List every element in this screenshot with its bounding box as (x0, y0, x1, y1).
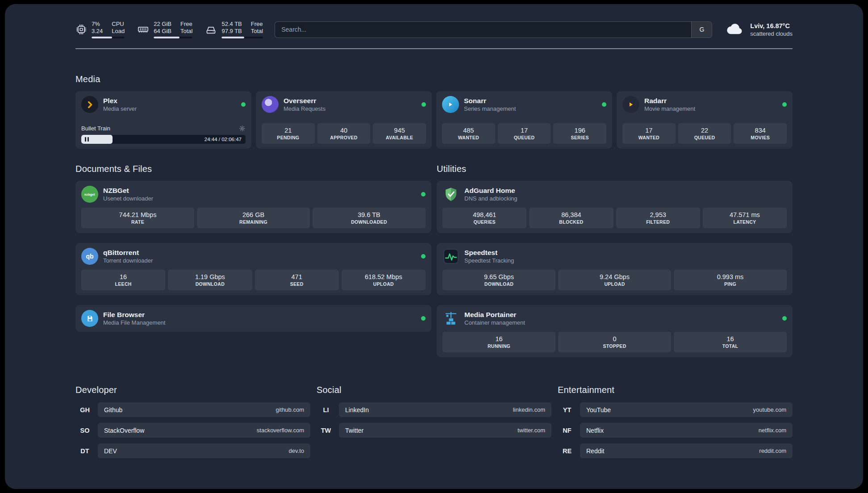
status-dot (782, 316, 787, 321)
memory-total-label: Total (180, 28, 192, 34)
pause-icon[interactable] (85, 137, 89, 142)
disk-free-value: 52.4 TB (221, 21, 242, 27)
bookmark-group-social: Social LI LinkedIn linkedin.com TW Twitt… (317, 385, 551, 458)
app-name: Speedtest (464, 249, 514, 257)
stat-approved: 40 APPROVED (317, 123, 371, 144)
cpu-load-value: 3.24 (92, 28, 103, 34)
app-card-sonarr[interactable]: Sonarr Series management 485 WANTED 17 Q… (436, 91, 612, 149)
radarr-icon (622, 96, 639, 113)
disk-total-value: 97.9 TB (221, 28, 242, 34)
app-card-radarr[interactable]: Radarr Movie management 17 WANTED 22 QUE… (617, 91, 793, 149)
weather-condition: scattered clouds (750, 30, 793, 37)
app-subtitle: Speedtest Tracking (464, 257, 514, 264)
bookmark-row: SO StackOverflow stackoverflow.com (75, 423, 310, 438)
app-card-plex[interactable]: Plex Media server Bullet Train (75, 91, 251, 149)
weather-widget: Lviv, 16.87°C scattered clouds (726, 21, 793, 38)
bookmark-abbr: LI (317, 406, 335, 414)
stat-blocked: 86,384 BLOCKED (529, 208, 613, 228)
overseerr-icon (262, 96, 279, 113)
app-card-nzbget[interactable]: nzbget NZBGet Usenet downloader 744.21 M… (75, 181, 431, 233)
filebrowser-icon (81, 310, 98, 327)
stat-queued: 22 QUEUED (678, 123, 731, 144)
app-card-filebrowser[interactable]: File Browser Media File Management (75, 305, 431, 332)
app-card-speedtest[interactable]: Speedtest Speedtest Tracking 9.65 Gbps D… (437, 243, 793, 295)
bookmark-youtube[interactable]: YouTube youtube.com (580, 402, 793, 417)
bookmark-row: DT DEV dev.to (75, 443, 310, 458)
bookmark-linkedin[interactable]: LinkedIn linkedin.com (339, 402, 551, 417)
search-provider-button[interactable]: G (691, 22, 712, 38)
cpu-label: CPU (112, 21, 125, 27)
sonarr-icon (442, 96, 459, 113)
memory-monitor: 22 GiB 64 GiB Free Total (137, 21, 192, 38)
stat-series: 196 SERIES (553, 123, 606, 144)
stat-latency: 47.571 ms LATENCY (703, 208, 787, 228)
stat-upload: 9.24 Gbps UPLOAD (558, 270, 671, 290)
nzbget-icon: nzbget (81, 186, 98, 203)
memory-icon (137, 24, 149, 36)
stat-wanted: 485 WANTED (442, 123, 495, 144)
app-name: Radarr (644, 97, 695, 105)
stat-movies: 834 MOVIES (734, 123, 787, 144)
cloud-icon (726, 21, 744, 38)
bookmark-abbr: DT (75, 447, 94, 455)
bookmark-stackoverflow[interactable]: StackOverflow stackoverflow.com (98, 423, 310, 438)
playback-progress-bar[interactable]: 24:44 / 02:06:47 (81, 135, 246, 144)
bookmark-row: TW Twitter twitter.com (317, 423, 551, 438)
section-title-utilities: Utilities (437, 164, 793, 174)
app-card-adguard[interactable]: AdGuard Home DNS and adblocking 498,461 … (437, 181, 793, 233)
stat-rate: 744.21 Mbps RATE (81, 208, 194, 228)
stat-seed: 471 SEED (255, 270, 339, 290)
bookmark-github[interactable]: Github github.com (98, 402, 310, 417)
app-name: Overseerr (284, 97, 326, 105)
bookmark-abbr: RE (558, 447, 576, 455)
app-name: Sonarr (464, 97, 516, 105)
bookmark-netflix[interactable]: Netflix netflix.com (580, 423, 793, 438)
status-dot (421, 254, 426, 259)
app-card-overseerr[interactable]: Overseerr Media Requests 21 PENDING 40 A… (256, 91, 432, 149)
app-subtitle: Usenet downloader (103, 195, 153, 202)
search-input[interactable] (275, 26, 691, 33)
stat-remaining: 266 GB REMAINING (197, 208, 310, 228)
bookmark-row: GH Github github.com (75, 402, 310, 417)
gear-icon[interactable] (239, 125, 246, 132)
app-subtitle: Movie management (644, 105, 695, 113)
app-card-qbittorrent[interactable]: qb qBittorrent Torrent downloader 16 LEE… (75, 243, 431, 295)
app-subtitle: Series management (464, 105, 516, 113)
bookmark-abbr: NF (558, 427, 576, 434)
app-subtitle: Container management (464, 319, 525, 326)
top-bar: 7% 3.24 CPU Load (75, 17, 793, 42)
status-dot (421, 316, 426, 321)
qbittorrent-icon: qb (81, 248, 98, 265)
bookmark-abbr: GH (75, 406, 94, 414)
app-name: File Browser (103, 311, 165, 319)
bookmark-dev[interactable]: DEV dev.to (98, 443, 310, 458)
weather-location: Lviv, 16.87°C (750, 22, 793, 29)
bookmark-twitter[interactable]: Twitter twitter.com (339, 423, 551, 438)
search-bar: G (275, 21, 712, 38)
app-subtitle: Torrent downloader (103, 257, 153, 264)
stat-leech: 16 LEECH (81, 270, 165, 290)
section-media: Media Plex Media server (75, 74, 793, 149)
bookmark-abbr: TW (317, 427, 335, 434)
section-utilities: Utilities (437, 164, 793, 357)
now-playing-title: Bullet Train (81, 125, 110, 132)
section-title-social: Social (317, 385, 551, 395)
system-monitors: 7% 3.24 CPU Load (75, 21, 263, 38)
app-name: AdGuard Home (464, 187, 517, 195)
stat-available: 945 AVAILABLE (373, 123, 426, 144)
bookmark-row: NF Netflix netflix.com (558, 423, 793, 438)
disk-icon (205, 24, 217, 36)
memory-progress-bar (154, 37, 192, 38)
bookmark-reddit[interactable]: Reddit reddit.com (580, 443, 793, 458)
stat-stopped: 0 STOPPED (558, 332, 671, 352)
stat-upload: 618.52 Mbps UPLOAD (342, 270, 426, 290)
app-name: Plex (103, 97, 137, 105)
section-documents: Documents & Files nzbget NZBGet Usenet d… (75, 164, 431, 357)
memory-total-value: 64 GiB (154, 28, 171, 34)
memory-free-value: 22 GiB (154, 21, 171, 27)
cpu-monitor: 7% 3.24 CPU Load (75, 21, 125, 38)
app-card-portainer[interactable]: Media Portainer Container management 16 … (437, 305, 793, 357)
status-dot (421, 192, 426, 196)
stat-pending: 21 PENDING (262, 123, 315, 144)
memory-free-label: Free (180, 21, 192, 27)
